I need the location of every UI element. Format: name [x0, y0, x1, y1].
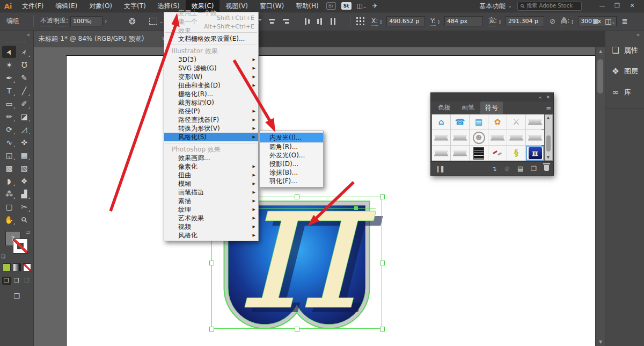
spinner-icon[interactable]: ▴▾ [572, 19, 576, 24]
toolbar-collapse-icon[interactable]: « [0, 31, 33, 40]
rectangle-tool[interactable]: ▭ [2, 97, 16, 110]
zoom-tool[interactable]: ⚲ [17, 213, 31, 226]
gradient-swatch[interactable] [13, 263, 21, 271]
color-swatch[interactable] [3, 263, 11, 271]
spinner-icon[interactable]: ▴▾ [90, 19, 94, 24]
symbol-libraries-icon[interactable]: ❙❚ [435, 165, 444, 172]
break-symbol-link-icon[interactable]: ⊘ [504, 165, 510, 172]
symbol-house[interactable]: ⌂ [432, 114, 450, 129]
document-tab[interactable]: 未标题-1* @ 84% (RGB/GPU 预览) ✕ [33, 31, 172, 47]
line-segment-tool[interactable]: ╱ [17, 84, 31, 97]
stylize-menu-item-0[interactable]: 内发光(I)... [260, 133, 323, 142]
symbol-crossed-ribbons[interactable]: ⚔ [507, 114, 525, 129]
symbol-banner[interactable] [451, 146, 469, 161]
workspace-switcher[interactable]: 基本功能 ⌄ [479, 2, 512, 11]
effects-menu-item-13[interactable]: 路径查找器(F)▶ [164, 116, 258, 124]
effects-menu-item-8[interactable]: 变形(W)▶ [164, 73, 258, 81]
effects-menu-item-10[interactable]: 栅格化(R)... [164, 90, 258, 98]
dock-item-2[interactable]: ∞库 [605, 82, 644, 103]
symbol-banner[interactable] [451, 130, 469, 145]
delete-symbol-icon[interactable] [544, 165, 549, 172]
stylize-menu-item-2[interactable]: 外发光(O)... [260, 151, 323, 160]
field-input[interactable]: 484 px [444, 16, 483, 26]
stroke-color-swatch[interactable] [13, 239, 28, 254]
symbol-banner[interactable] [432, 130, 450, 145]
effects-menu-item-20[interactable]: 扭曲▶ [164, 171, 258, 179]
selection-handle[interactable] [380, 194, 385, 199]
effects-menu-item-18[interactable]: 效果画廊... [164, 154, 258, 162]
stylize-menu-item-4[interactable]: 涂抹(B)... [260, 168, 323, 177]
symbol-banner[interactable] [432, 146, 450, 161]
reference-point-selector[interactable] [356, 12, 365, 31]
symbol-portrait[interactable]: ☻ [470, 130, 488, 145]
scroll-up-icon[interactable]: ▲ [596, 49, 605, 54]
panel-tab-色板[interactable]: 色板 [433, 102, 456, 114]
bridge-badge-icon[interactable]: Br [326, 2, 336, 10]
symbol-flower[interactable]: ✿ [488, 114, 507, 129]
perspective-grid-tool[interactable]: ▦ [17, 149, 31, 161]
effects-menu-item-21[interactable]: 模糊▶ [164, 179, 258, 188]
arrange-documents-icon[interactable]: ◫⌄ [357, 2, 367, 10]
curvature-tool[interactable]: ✎ [17, 71, 31, 84]
effects-menu-item-9[interactable]: 扭曲和变换(D)▶ [164, 81, 258, 90]
lasso-tool[interactable]: ℧ [17, 59, 31, 71]
menubar-item-8[interactable]: 帮助(H) [290, 0, 324, 12]
draw-normal-icon[interactable]: ❒ [2, 277, 11, 285]
opacity-input[interactable]: 100% ▴▾ [70, 16, 103, 26]
spinner-icon[interactable]: ▴▾ [380, 19, 384, 24]
panel-menu-icon[interactable]: ≡ [546, 105, 551, 114]
distribute-right-icon[interactable] [328, 18, 338, 25]
symbol-banner[interactable] [526, 114, 544, 129]
scale-tool[interactable]: ◿ [17, 123, 31, 135]
dock-item-0[interactable]: ❏属性 [605, 40, 644, 61]
opacity-slider-arrow-icon[interactable]: › [105, 18, 107, 25]
panel-collapse-icon[interactable]: « [539, 95, 542, 100]
stock-badge-icon[interactable]: St [341, 2, 352, 10]
magic-wand-tool[interactable]: ✶ [2, 59, 16, 71]
effects-menu-item-12[interactable]: 路径(P)▶ [164, 107, 258, 116]
selection-handle[interactable] [295, 194, 299, 199]
restore-button[interactable]: ❐ [610, 0, 625, 12]
touch-workspace-icon[interactable]: ⊞ [592, 17, 598, 25]
effects-menu-item-25[interactable]: 艺术效果▶ [164, 214, 258, 222]
effects-menu-item-7[interactable]: SVG 滤镜(G)▶ [164, 64, 258, 73]
scroll-down-icon[interactable]: ▼ [596, 340, 605, 344]
spinner-icon[interactable]: ▴▾ [499, 19, 503, 24]
effects-menu-item-23[interactable]: 素描▶ [164, 197, 258, 205]
scrollbar-thumb[interactable] [546, 135, 551, 152]
field-label[interactable]: X: [371, 17, 378, 26]
panel-tab-符号[interactable]: 符号 [480, 102, 503, 114]
opacity-label[interactable]: 不透明度: [40, 16, 68, 26]
effects-menu-item-22[interactable]: 画笔描边▶ [164, 188, 258, 197]
symbol-dna[interactable]: § [507, 146, 525, 161]
symbol-printer[interactable]: ▤ [470, 114, 488, 129]
draw-inside-icon[interactable]: ❒ [23, 277, 32, 285]
scrollbar-thumb[interactable] [597, 59, 603, 93]
toolbar-grip[interactable]: •••••• [0, 40, 33, 46]
mesh-tool[interactable]: ▩ [2, 162, 16, 174]
selection-handle[interactable] [380, 261, 385, 265]
field-label[interactable]: Y: [430, 17, 436, 26]
selection-handle[interactable] [209, 327, 214, 331]
minimize-button[interactable]: — [595, 0, 610, 12]
distribute-center-icon[interactable] [316, 18, 325, 25]
unlink-dimensions-icon[interactable]: ⊘ [550, 17, 555, 25]
selection-tool[interactable]: ➤ [2, 46, 16, 58]
distribute-left-icon[interactable] [303, 18, 312, 25]
menubar-item-2[interactable]: 对象(O) [83, 0, 118, 12]
screen-mode-icon[interactable]: ❐ [0, 292, 33, 300]
close-button[interactable]: ✕ [625, 0, 640, 12]
effects-menu-item-24[interactable]: 纹理▶ [164, 205, 258, 214]
rotate-tool[interactable]: ⟳ [2, 123, 16, 135]
blend-tool[interactable]: ❖ [17, 175, 31, 187]
artboard-tool[interactable]: ▢ [2, 200, 16, 213]
vertical-scrollbar[interactable]: ▲ ▼ [595, 47, 605, 346]
selection-handle[interactable] [209, 261, 214, 265]
symbol-banner[interactable] [507, 130, 525, 145]
slice-tool[interactable]: ✂ [17, 200, 31, 213]
scroll-down-icon[interactable]: ▼ [545, 155, 551, 160]
spinner-icon[interactable]: ▴▾ [438, 19, 442, 24]
menubar-item-6[interactable]: 视图(V) [219, 0, 254, 12]
effects-menu-item-15[interactable]: 风格化(S)▶ [164, 133, 258, 141]
effects-menu-item-6[interactable]: 3D(3)▶ [164, 55, 258, 64]
